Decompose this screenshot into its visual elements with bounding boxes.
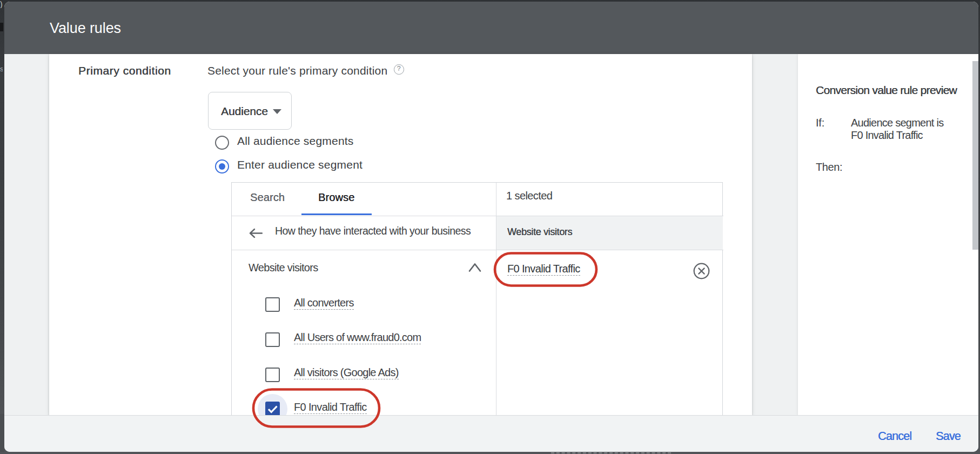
- preview-if-label: If:: [816, 117, 824, 129]
- radio-icon[interactable]: [215, 136, 229, 150]
- scrollbar-thumb[interactable]: [972, 61, 978, 250]
- divider-vertical: [496, 183, 496, 416]
- condition-dropdown-value: Audience: [221, 92, 268, 129]
- group-header-label[interactable]: Website visitors: [249, 261, 318, 275]
- checkbox-unchecked-icon[interactable]: [265, 368, 280, 382]
- selected-count-label: 1 selected: [506, 189, 552, 203]
- select-condition-label: Select your rule's primary condition: [207, 64, 387, 77]
- help-icon[interactable]: ?: [394, 64, 404, 75]
- dialog-footer: Cancel Save: [4, 415, 978, 452]
- selection-group-band: Website visitors: [496, 216, 723, 250]
- radio-label: Enter audience segment: [237, 158, 363, 171]
- screenshot-root: ) s Value rules Primary condition Select…: [0, 0, 980, 454]
- save-button[interactable]: Save: [936, 429, 961, 444]
- preview-panel: [798, 54, 978, 415]
- selected-item-label[interactable]: F0 Invalid Traffic: [507, 262, 580, 276]
- audience-picker-panel: Search Browse How they have interacted w…: [231, 182, 723, 415]
- preview-then-label: Then:: [816, 161, 842, 173]
- checkbox-checked-icon[interactable]: [265, 402, 280, 416]
- selection-group-label: Website visitors: [507, 225, 572, 239]
- dialog-header: Value rules: [4, 2, 978, 54]
- audience-option-row[interactable]: All converters: [232, 295, 495, 315]
- value-rules-dialog: Value rules Primary condition Select you…: [4, 2, 978, 452]
- backdrop-text-fragment: s: [0, 65, 3, 73]
- preview-title: Conversion value rule preview: [816, 84, 957, 97]
- breadcrumb[interactable]: How they have interacted with your busin…: [275, 224, 471, 238]
- preview-if-value-line2: F0 Invalid Traffic: [851, 129, 943, 142]
- dialog-title: Value rules: [50, 2, 121, 54]
- back-arrow-icon[interactable]: [249, 228, 263, 238]
- dropdown-caret-icon: [273, 109, 281, 114]
- audience-option-row[interactable]: All Users of www.fraud0.com: [232, 329, 495, 350]
- checkbox-unchecked-icon[interactable]: [265, 332, 280, 347]
- audience-option-label[interactable]: All visitors (Google Ads): [294, 365, 399, 379]
- backdrop-text-fragment: ): [0, 1, 3, 8]
- audience-option-label[interactable]: F0 Invalid Traffic: [294, 400, 367, 414]
- radio-icon-selected[interactable]: [215, 159, 229, 173]
- primary-condition-label: Primary condition: [78, 64, 171, 77]
- radio-enter-audience-segment[interactable]: Enter audience segment: [215, 159, 377, 173]
- checkbox-unchecked-icon[interactable]: [265, 297, 280, 312]
- remove-selected-icon[interactable]: [693, 263, 710, 279]
- backdrop-dashed-fragment: [551, 452, 671, 453]
- tab-browse[interactable]: Browse: [318, 190, 354, 204]
- condition-dropdown[interactable]: Audience: [208, 92, 292, 130]
- radio-all-audience-segments[interactable]: All audience segments: [215, 136, 377, 150]
- audience-option-label[interactable]: All converters: [294, 296, 354, 310]
- cancel-button[interactable]: Cancel: [878, 429, 911, 444]
- radio-label: All audience segments: [237, 135, 354, 148]
- dialog-body: Primary condition Select your rule's pri…: [4, 54, 978, 415]
- chevron-up-icon[interactable]: [468, 263, 481, 272]
- preview-if-value: Audience segment is F0 Invalid Traffic: [851, 117, 943, 142]
- backdrop-light-patch: [0, 414, 4, 452]
- audience-option-label[interactable]: All Users of www.fraud0.com: [294, 330, 421, 344]
- preview-if-value-line1: Audience segment is: [851, 117, 943, 129]
- audience-option-row[interactable]: All visitors (Google Ads): [232, 364, 495, 385]
- tab-search[interactable]: Search: [250, 190, 285, 204]
- backdrop-dark-patch: [0, 23, 3, 31]
- divider: [232, 250, 723, 250]
